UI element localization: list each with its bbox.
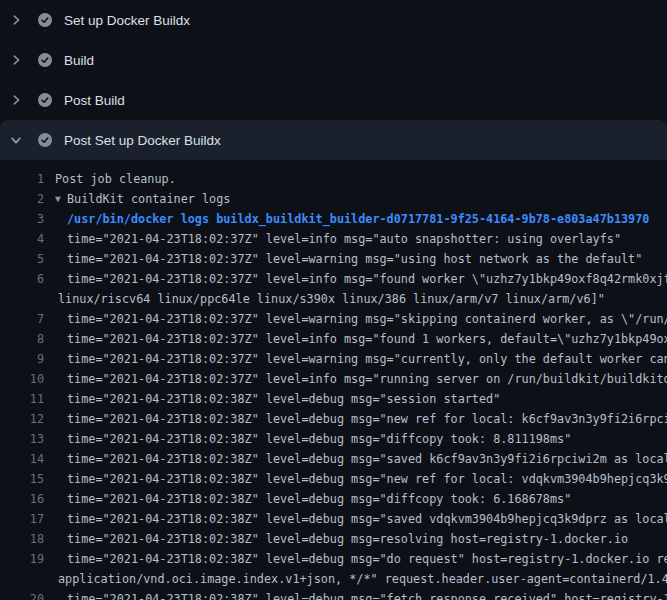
step-label: Post Build [64,93,125,108]
log-text: time="2021-04-23T18:02:38Z" level=debug … [67,489,571,509]
line-number[interactable]: 18 [0,529,44,549]
log-row: 10time="2021-04-23T18:02:37Z" level=info… [0,369,667,389]
group-collapse-icon[interactable]: ▼ [55,189,67,209]
log-row: 1Post job cleanup. [0,169,667,189]
log-text: time="2021-04-23T18:02:37Z" level=info m… [67,269,667,289]
log-text: time="2021-04-23T18:02:38Z" level=debug … [67,429,571,449]
log-row: 8time="2021-04-23T18:02:37Z" level=info … [0,329,667,349]
line-number [0,569,44,589]
line-number[interactable]: 19 [0,549,44,569]
line-number[interactable]: 2 [0,189,44,209]
line-number[interactable]: 14 [0,449,44,469]
step-row-post-set-up-docker-buildx[interactable]: Post Set up Docker Buildx [0,120,667,160]
log-row: 7time="2021-04-23T18:02:37Z" level=warni… [0,309,667,329]
step-row-set-up-docker-buildx[interactable]: Set up Docker Buildx [0,0,667,40]
line-number[interactable]: 10 [0,369,44,389]
line-number[interactable]: 7 [0,309,44,329]
log-text: time="2021-04-23T18:02:37Z" level=warnin… [67,309,667,329]
log-row: 6time="2021-04-23T18:02:37Z" level=info … [0,269,667,289]
line-number[interactable]: 6 [0,269,44,289]
log-text: time="2021-04-23T18:02:38Z" level=debug … [67,589,667,600]
line-number[interactable]: 9 [0,349,44,369]
line-number[interactable]: 11 [0,389,44,409]
chevron-right-icon [8,12,24,28]
log-viewer: 1Post job cleanup.2▼BuildKit container l… [0,160,667,600]
step-row-post-build[interactable]: Post Build [0,80,667,120]
check-circle-icon [38,93,52,107]
log-group-title[interactable]: BuildKit container logs [67,189,230,209]
log-row: 19time="2021-04-23T18:02:38Z" level=debu… [0,549,667,569]
log-row: 11time="2021-04-23T18:02:38Z" level=debu… [0,389,667,409]
chevron-right-icon [8,52,24,68]
line-number[interactable]: 17 [0,509,44,529]
log-row: 2▼BuildKit container logs [0,189,667,209]
line-number[interactable]: 16 [0,489,44,509]
log-text: application/vnd.oci.image.index.v1+json,… [58,569,667,589]
check-circle-icon [38,53,52,67]
line-number[interactable]: 1 [0,169,44,189]
step-row-build[interactable]: Build [0,40,667,80]
line-number[interactable]: 8 [0,329,44,349]
line-number[interactable]: 15 [0,469,44,489]
log-text: time="2021-04-23T18:02:38Z" level=debug … [67,469,667,489]
log-row: 14time="2021-04-23T18:02:38Z" level=debu… [0,449,667,469]
log-row: 16time="2021-04-23T18:02:38Z" level=debu… [0,489,667,509]
log-row: 17time="2021-04-23T18:02:38Z" level=debu… [0,509,667,529]
log-text: time="2021-04-23T18:02:38Z" level=debug … [67,549,667,569]
log-row: 18time="2021-04-23T18:02:38Z" level=debu… [0,529,667,549]
log-row: 12time="2021-04-23T18:02:38Z" level=debu… [0,409,667,429]
log-text: time="2021-04-23T18:02:37Z" level=warnin… [67,249,642,269]
chevron-down-icon [8,132,24,148]
log-text: time="2021-04-23T18:02:37Z" level=warnin… [67,349,667,369]
log-text: time="2021-04-23T18:02:38Z" level=debug … [67,409,667,429]
log-row: 15time="2021-04-23T18:02:38Z" level=debu… [0,469,667,489]
line-number[interactable]: 12 [0,409,44,429]
log-text: time="2021-04-23T18:02:38Z" level=debug … [67,509,667,529]
line-number[interactable]: 5 [0,249,44,269]
step-label: Build [64,53,94,68]
log-row: 20time="2021-04-23T18:02:38Z" level=debu… [0,589,667,600]
log-text: time="2021-04-23T18:02:37Z" level=info m… [67,229,621,249]
line-number[interactable]: 3 [0,209,44,229]
log-row: linux/riscv64 linux/ppc64le linux/s390x … [0,289,667,309]
check-circle-icon [38,133,52,147]
line-number[interactable]: 4 [0,229,44,249]
log-row: 13time="2021-04-23T18:02:38Z" level=debu… [0,429,667,449]
step-label: Post Set up Docker Buildx [64,133,221,148]
line-number [0,289,44,309]
log-text: Post job cleanup. [55,169,176,189]
log-text: linux/riscv64 linux/ppc64le linux/s390x … [58,289,605,309]
log-text: time="2021-04-23T18:02:37Z" level=info m… [67,329,667,349]
log-text: time="2021-04-23T18:02:38Z" level=debug … [67,389,500,409]
log-text: time="2021-04-23T18:02:38Z" level=debug … [67,449,667,469]
step-label: Set up Docker Buildx [64,13,190,28]
log-row: application/vnd.oci.image.index.v1+json,… [0,569,667,589]
log-row: 5time="2021-04-23T18:02:37Z" level=warni… [0,249,667,269]
line-number[interactable]: 20 [0,589,44,600]
log-row: 9time="2021-04-23T18:02:37Z" level=warni… [0,349,667,369]
log-row: 3/usr/bin/docker logs buildx_buildkit_bu… [0,209,667,229]
log-row: 4time="2021-04-23T18:02:37Z" level=info … [0,229,667,249]
line-number[interactable]: 13 [0,429,44,449]
steps-list: Set up Docker BuildxBuildPost BuildPost … [0,0,667,160]
check-circle-icon [38,13,52,27]
log-text: time="2021-04-23T18:02:38Z" level=debug … [67,529,628,549]
log-command-text: /usr/bin/docker logs buildx_buildkit_bui… [67,209,649,229]
chevron-right-icon [8,92,24,108]
log-text: time="2021-04-23T18:02:37Z" level=info m… [67,369,667,389]
